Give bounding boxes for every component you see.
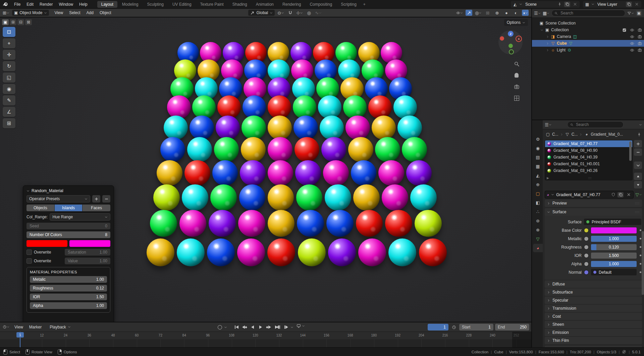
viewport-sphere[interactable]: [241, 116, 266, 140]
material-slot[interactable]: Gradient_Mat_07_H0.77: [545, 140, 632, 147]
col-range-dropdown[interactable]: Hue Range: [50, 213, 110, 221]
select-subtract[interactable]: ⊟: [17, 19, 24, 25]
surface-shader-field[interactable]: Principled BSDF: [584, 219, 641, 225]
material-list-scrollbar[interactable]: [629, 141, 632, 161]
viewport-sphere[interactable]: [237, 238, 265, 266]
camera-render-icon[interactable]: [638, 48, 642, 52]
timeline-track[interactable]: [0, 339, 531, 347]
chevron-right-icon[interactable]: [546, 35, 549, 38]
checkbox-icon[interactable]: [622, 28, 627, 32]
viewport-sphere[interactable]: [320, 116, 344, 140]
keying-dropdown[interactable]: [224, 326, 227, 329]
delete-scene-button[interactable]: [572, 2, 578, 7]
gizmo-z-axis[interactable]: Z: [508, 31, 514, 37]
menu-help[interactable]: Help: [76, 1, 91, 8]
thin-film-panel-header[interactable]: Thin Film: [545, 337, 642, 344]
viewport-menu-select[interactable]: Select: [66, 10, 83, 16]
viewport-sphere[interactable]: [294, 137, 320, 162]
viewport-sphere[interactable]: [323, 160, 349, 186]
tab-texture-paint[interactable]: Texture Paint: [196, 1, 228, 8]
metallic-slider[interactable]: 1.000: [591, 236, 637, 242]
viewport-sphere[interactable]: [325, 184, 351, 211]
jump-to-start-button[interactable]: [233, 324, 240, 330]
breadcrumb-item[interactable]: ◕Gradient_Mat_0...: [584, 132, 623, 137]
material-name-text[interactable]: Gradient_Mat_07_H0.77: [556, 192, 609, 197]
xray-toggle[interactable]: ⊠: [484, 10, 491, 16]
play-button[interactable]: [257, 324, 264, 330]
move-tool[interactable]: ✛: [3, 50, 15, 60]
previous-frame-button[interactable]: [274, 324, 282, 330]
annotate-tool[interactable]: ✎: [3, 95, 15, 105]
viewport-sphere[interactable]: [406, 160, 432, 186]
viewport-sphere[interactable]: [328, 238, 356, 266]
current-frame-field[interactable]: 1: [428, 324, 448, 330]
viewport-sphere[interactable]: [351, 160, 377, 186]
add-material-slot-button[interactable]: [634, 140, 642, 147]
viewport-sphere[interactable]: [238, 210, 265, 237]
viewport-sphere[interactable]: [147, 238, 174, 266]
viewport-sphere[interactable]: [415, 210, 442, 237]
properties-scrollbar[interactable]: [642, 231, 644, 295]
properties-editor-type-dropdown[interactable]: ☰: [545, 122, 551, 128]
roughness-slider[interactable]: Roughness0.12: [30, 285, 107, 292]
preview-range-dropdown[interactable]: [297, 324, 305, 328]
subsurface-panel-header[interactable]: Subsurface: [545, 288, 642, 296]
scene-name[interactable]: Scene: [524, 2, 555, 7]
viewport-sphere[interactable]: [212, 160, 238, 186]
proportional-falloff-dropdown[interactable]: ∿: [315, 10, 322, 16]
viewport-sphere[interactable]: [157, 160, 182, 186]
viewport-sphere[interactable]: [382, 184, 408, 211]
browse-material-dropdown[interactable]: [551, 193, 554, 196]
add-cube-tool[interactable]: ⊞: [3, 118, 15, 128]
gizmo-x-axis[interactable]: X: [516, 36, 522, 42]
auto-keying-toggle[interactable]: [216, 324, 223, 330]
link-mesh-dropdown[interactable]: ▽: [635, 192, 642, 198]
outliner-row-cube[interactable]: ▽Cube▽: [532, 40, 644, 47]
viewport-canvas[interactable]: ▣⊞⊟⊠ Options ⊡⌖✛↻◱◉✎∠⊞ Z X: [0, 17, 531, 322]
outliner-editor-type-dropdown[interactable]: ☰: [534, 10, 541, 16]
gizmo-y-axis[interactable]: [508, 44, 513, 48]
tab-modeling[interactable]: Modeling: [118, 1, 143, 8]
animate-decorator-dot[interactable]: [640, 229, 641, 231]
select-extend[interactable]: ⊞: [10, 19, 16, 25]
pin-icon[interactable]: [637, 132, 641, 137]
remove-material-slot-button[interactable]: [634, 148, 642, 156]
tab-shading[interactable]: Shading: [228, 1, 251, 8]
tab-layout[interactable]: Layout: [97, 1, 117, 8]
chevron-down-icon[interactable]: [290, 326, 293, 329]
viewport-sphere[interactable]: [368, 95, 392, 119]
viewport-sphere[interactable]: [153, 184, 180, 211]
new-view-layer-button[interactable]: [626, 2, 632, 7]
outliner-search-input[interactable]: [560, 10, 622, 16]
rendered-shading-button[interactable]: ◑: [522, 10, 529, 16]
view-layer-name[interactable]: View Layer: [596, 2, 624, 7]
outliner-row-light[interactable]: ☼Light⊙: [532, 47, 644, 53]
properties-tab-modifiers-icon[interactable]: ◧: [533, 198, 543, 207]
properties-options-dropdown[interactable]: [639, 123, 642, 126]
playhead-frame-badge[interactable]: 1: [16, 332, 24, 338]
viewport-sphere[interactable]: [298, 238, 326, 266]
play-reverse-button[interactable]: [249, 324, 256, 330]
viewport-sphere[interactable]: [378, 160, 404, 186]
breadcrumb-item[interactable]: ▽C...: [565, 132, 578, 137]
gizmo-y-neg-axis[interactable]: [509, 49, 514, 54]
properties-tab-object-icon[interactable]: ▢: [533, 189, 543, 198]
material-slot[interactable]: Gradient_Mat_04_H0.39: [545, 154, 632, 161]
material-slot[interactable]: Gradient_Mat_01_H0.001: [545, 161, 632, 167]
segment-islands[interactable]: Islands: [55, 205, 83, 211]
properties-tab-world-icon[interactable]: ⊕: [533, 180, 543, 189]
normal-field[interactable]: Default: [591, 269, 637, 275]
options-dropdown[interactable]: Options: [504, 19, 528, 26]
animate-decorator-dot[interactable]: [640, 238, 641, 239]
menu-edit[interactable]: Edit: [23, 1, 37, 8]
gizmos-toggle[interactable]: [466, 10, 472, 16]
viewport-sphere[interactable]: [375, 137, 400, 162]
viewport-sphere[interactable]: [187, 137, 212, 162]
animate-decorator-dot[interactable]: [640, 271, 641, 273]
segment-objects[interactable]: Objects: [26, 205, 54, 211]
properties-tab-output-icon[interactable]: ▤: [533, 153, 543, 162]
tab-scripting[interactable]: Scripting: [337, 1, 361, 8]
diffuse-panel-header[interactable]: Diffuse: [545, 280, 642, 288]
color-swatch-2[interactable]: [69, 240, 110, 247]
properties-tab-physics-icon[interactable]: ⊚: [533, 217, 543, 225]
